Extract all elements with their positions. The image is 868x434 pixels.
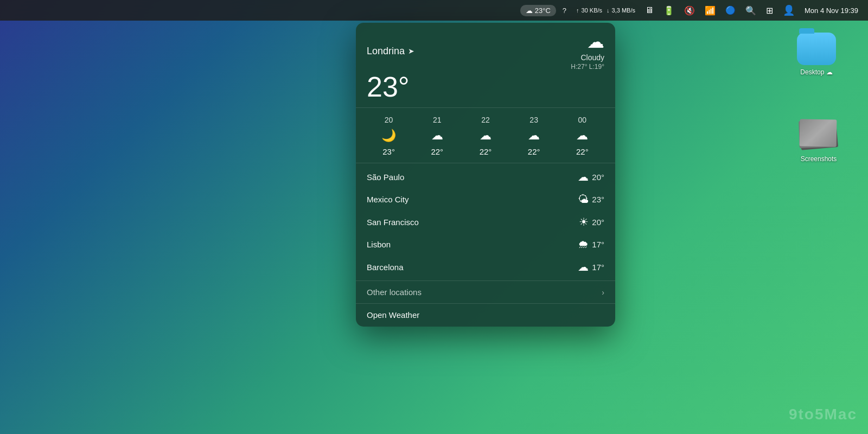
location-name-0: São Paulo: [367, 173, 578, 182]
download-icon: ↓: [607, 7, 610, 14]
current-temp: 23°: [367, 73, 604, 101]
menubar-network[interactable]: ↑ 30 KB/s ↓ 3,3 MB/s: [573, 5, 639, 15]
network-up: 30 KB/s: [582, 7, 603, 14]
high-low: H:27° L:19°: [571, 63, 604, 71]
hourly-icon-3: ☁: [528, 129, 540, 143]
mute-icon: 🔇: [684, 5, 695, 16]
weather-current-right: ☁ Cloudy H:27° L:19°: [571, 31, 604, 71]
current-cloud-icon: ☁: [587, 31, 604, 52]
menubar-wifi[interactable]: 📶: [701, 4, 719, 17]
location-name-4: Barcelona: [367, 263, 578, 272]
hourly-icon-0: 🌙: [381, 129, 396, 143]
folder-icon: [797, 33, 836, 65]
menubar-items: ☁ 23°C ? ↑ 30 KB/s ↓ 3,3 MB/s 🖥 🔋 🔇 📶: [520, 3, 861, 17]
menubar-control-center[interactable]: ⊞: [763, 4, 776, 17]
hourly-cell-4: 00 ☁ 22°: [566, 116, 598, 156]
battery-icon: 🔋: [663, 5, 674, 16]
upload-icon: ↑: [576, 7, 579, 14]
menubar-display[interactable]: 🖥: [642, 4, 657, 16]
location-row-1[interactable]: Mexico City 🌤 23°: [356, 188, 615, 210]
menubar-weather[interactable]: ☁ 23°C: [520, 5, 556, 16]
other-locations-row[interactable]: Other locations ›: [356, 280, 615, 303]
hourly-time-3: 23: [529, 116, 538, 124]
hourly-cell-3: 23 ☁ 22°: [518, 116, 550, 156]
hourly-temp-0: 23°: [382, 147, 395, 156]
other-locations-label: Other locations: [367, 288, 602, 297]
hourly-time-4: 00: [578, 116, 587, 124]
datetime-label: Mon 4 Nov 19:39: [805, 7, 858, 15]
search-icon: 🔍: [745, 5, 756, 16]
menubar-avatar[interactable]: 👤: [780, 3, 798, 17]
hourly-temp-2: 22°: [480, 147, 492, 156]
hourly-time-1: 21: [433, 116, 442, 124]
location-icon-1: 🌤: [578, 193, 589, 206]
hourly-temp-4: 22°: [576, 147, 589, 156]
open-weather-row[interactable]: Open Weather: [356, 303, 615, 327]
menubar: ☁ 23°C ? ↑ 30 KB/s ↓ 3,3 MB/s 🖥 🔋 🔇 📶: [0, 0, 868, 21]
menubar-search[interactable]: 🔍: [742, 4, 760, 17]
weather-popup: Londrina ➤ ☁ Cloudy H:27° L:19° 23° 20 🌙…: [356, 23, 615, 327]
screenshots-folder[interactable]: Screenshots: [794, 119, 843, 163]
location-name-3: Lisbon: [367, 240, 578, 249]
hourly-section: 20 🌙 23° 21 ☁ 22° 22 ☁ 22° 23 ☁ 22° 00: [356, 107, 615, 163]
control-center-icon: ⊞: [766, 5, 773, 16]
menubar-question[interactable]: ?: [559, 5, 570, 16]
location-temp-2: 20°: [592, 218, 604, 227]
location-name: Londrina: [367, 46, 405, 57]
condition-text: Cloudy: [580, 53, 604, 62]
location-icon-0: ☁: [578, 170, 589, 183]
open-weather-label: Open Weather: [367, 310, 419, 320]
wifi-icon: 📶: [705, 5, 716, 16]
screenshots-icon: [799, 119, 838, 152]
menubar-mute[interactable]: 🔇: [681, 4, 698, 17]
hourly-icon-1: ☁: [431, 129, 443, 143]
menubar-battery[interactable]: 🔋: [660, 4, 678, 17]
hourly-temp-3: 22°: [528, 147, 540, 156]
hourly-cell-1: 21 ☁ 22°: [421, 116, 454, 156]
desktop-folder[interactable]: Desktop ☁: [792, 33, 841, 76]
location-name-1: Mexico City: [367, 195, 578, 204]
hourly-times-row: 20 🌙 23° 21 ☁ 22° 22 ☁ 22° 23 ☁ 22° 00: [356, 113, 615, 158]
location-icon-3: 🌧: [578, 238, 589, 251]
chevron-right-icon: ›: [602, 288, 604, 297]
location-temp-1: 23°: [592, 195, 604, 204]
location-name-2: San Francisco: [367, 218, 579, 227]
cloud-icon: ☁: [526, 7, 533, 15]
film-strip-3: [800, 119, 837, 146]
location-icon-4: ☁: [578, 260, 589, 273]
location-list: São Paulo ☁ 20° Mexico City 🌤 23° San Fr…: [356, 163, 615, 280]
location-icon-2: ☀: [579, 215, 589, 228]
desktop-folder-label: Desktop ☁: [800, 68, 832, 76]
question-icon: ?: [563, 7, 566, 15]
location-temp-4: 17°: [592, 263, 604, 272]
hourly-cell-2: 22 ☁ 22°: [469, 116, 502, 156]
avatar-icon: 👤: [783, 4, 795, 16]
location-temp-3: 17°: [592, 240, 604, 249]
location-row-0[interactable]: São Paulo ☁ 20°: [356, 165, 615, 188]
hourly-cell-0: 20 🌙 23°: [373, 116, 405, 156]
weather-location-row: Londrina ➤ ☁ Cloudy H:27° L:19°: [367, 31, 604, 71]
screenshots-label: Screenshots: [801, 155, 837, 163]
location-arrow-icon: ➤: [408, 47, 414, 55]
network-down: 3,3 MB/s: [612, 7, 635, 14]
location-row-4[interactable]: Barcelona ☁ 17°: [356, 256, 615, 278]
weather-location: Londrina ➤: [367, 46, 414, 57]
location-row-3[interactable]: Lisbon 🌧 17°: [356, 233, 615, 256]
hourly-time-2: 22: [481, 116, 490, 124]
watermark: 9to5Mac: [789, 406, 857, 423]
hourly-icon-4: ☁: [576, 129, 588, 143]
location-row-2[interactable]: San Francisco ☀ 20°: [356, 210, 615, 233]
bluetooth-icon: 🔵: [725, 5, 736, 15]
menubar-datetime[interactable]: Mon 4 Nov 19:39: [801, 5, 861, 16]
hourly-temp-1: 22°: [431, 147, 443, 156]
display-icon: 🖥: [645, 5, 654, 15]
weather-header: Londrina ➤ ☁ Cloudy H:27° L:19° 23°: [356, 23, 615, 107]
menubar-bluetooth[interactable]: 🔵: [722, 4, 739, 16]
hourly-time-0: 20: [385, 116, 393, 124]
menubar-temp: 23°C: [535, 7, 551, 15]
location-temp-0: 20°: [592, 173, 604, 182]
hourly-icon-2: ☁: [480, 129, 492, 143]
